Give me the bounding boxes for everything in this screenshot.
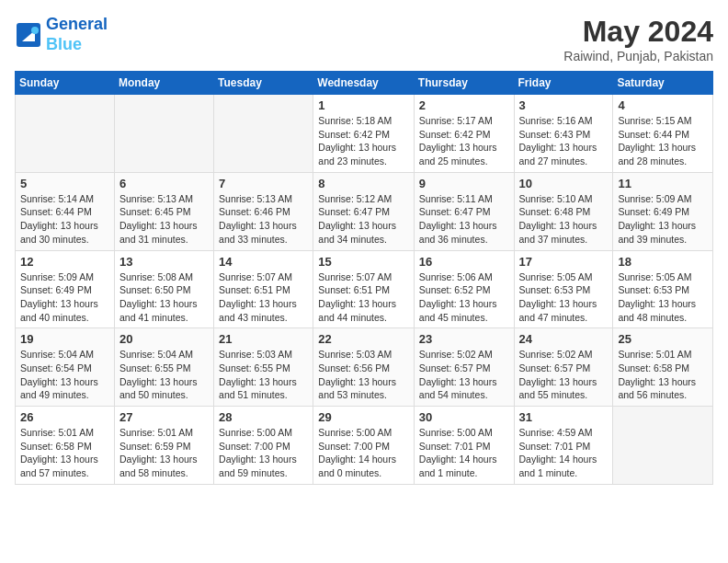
calendar-cell: 16Sunrise: 5:06 AM Sunset: 6:52 PM Dayli…: [414, 250, 514, 328]
day-info: Sunrise: 5:01 AM Sunset: 6:59 PM Dayligh…: [119, 426, 209, 480]
calendar-cell: [613, 407, 713, 485]
calendar-cell: 12Sunrise: 5:09 AM Sunset: 6:49 PM Dayli…: [16, 250, 115, 328]
weekday-header-saturday: Saturday: [613, 72, 713, 95]
day-info: Sunrise: 5:02 AM Sunset: 6:57 PM Dayligh…: [419, 348, 509, 402]
day-info: Sunrise: 5:12 AM Sunset: 6:47 PM Dayligh…: [318, 192, 409, 247]
day-info: Sunrise: 5:00 AM Sunset: 7:00 PM Dayligh…: [318, 426, 409, 480]
day-info: Sunrise: 5:18 AM Sunset: 6:42 PM Dayligh…: [318, 114, 409, 168]
day-info: Sunrise: 5:09 AM Sunset: 6:49 PM Dayligh…: [618, 192, 708, 247]
calendar-cell: 26Sunrise: 5:01 AM Sunset: 6:58 PM Dayli…: [16, 407, 115, 485]
day-info: Sunrise: 5:03 AM Sunset: 6:56 PM Dayligh…: [318, 348, 409, 402]
calendar-cell: 11Sunrise: 5:09 AM Sunset: 6:49 PM Dayli…: [613, 172, 713, 250]
day-info: Sunrise: 5:01 AM Sunset: 6:58 PM Dayligh…: [618, 348, 708, 402]
calendar-cell: 7Sunrise: 5:13 AM Sunset: 6:46 PM Daylig…: [214, 172, 313, 250]
logo-text: GeneralBlue: [46, 15, 108, 54]
day-number: 27: [119, 410, 209, 424]
calendar-cell: 3Sunrise: 5:16 AM Sunset: 6:43 PM Daylig…: [514, 95, 613, 173]
day-number: 12: [20, 255, 109, 269]
day-info: Sunrise: 5:13 AM Sunset: 6:45 PM Dayligh…: [119, 192, 209, 247]
day-number: 25: [618, 332, 708, 346]
day-info: Sunrise: 5:04 AM Sunset: 6:54 PM Dayligh…: [20, 348, 109, 402]
day-info: Sunrise: 5:02 AM Sunset: 6:57 PM Dayligh…: [519, 348, 609, 402]
day-number: 10: [519, 177, 609, 190]
calendar-week-row: 19Sunrise: 5:04 AM Sunset: 6:54 PM Dayli…: [16, 328, 713, 407]
calendar-cell: 8Sunrise: 5:12 AM Sunset: 6:47 PM Daylig…: [313, 172, 415, 250]
logo-icon: [15, 21, 42, 49]
location-subtitle: Raiwind, Punjab, Pakistan: [563, 49, 713, 63]
day-number: 20: [119, 332, 209, 346]
day-number: 18: [618, 255, 708, 269]
weekday-header-monday: Monday: [114, 72, 213, 95]
weekday-header-row: SundayMondayTuesdayWednesdayThursdayFrid…: [16, 72, 713, 95]
day-number: 30: [419, 410, 509, 424]
title-area: May 2024 Raiwind, Punjab, Pakistan: [563, 15, 713, 63]
calendar-week-row: 1Sunrise: 5:18 AM Sunset: 6:42 PM Daylig…: [16, 95, 713, 173]
day-number: 19: [20, 332, 109, 346]
day-info: Sunrise: 5:11 AM Sunset: 6:47 PM Dayligh…: [419, 192, 509, 247]
day-info: Sunrise: 5:00 AM Sunset: 7:01 PM Dayligh…: [419, 426, 509, 480]
day-info: Sunrise: 5:08 AM Sunset: 6:50 PM Dayligh…: [119, 270, 209, 325]
calendar-cell: 6Sunrise: 5:13 AM Sunset: 6:45 PM Daylig…: [114, 172, 213, 250]
calendar-cell: 2Sunrise: 5:17 AM Sunset: 6:42 PM Daylig…: [414, 95, 514, 173]
svg-point-2: [31, 27, 39, 34]
day-number: 13: [119, 255, 209, 269]
weekday-header-thursday: Thursday: [414, 72, 514, 95]
calendar-cell: 23Sunrise: 5:02 AM Sunset: 6:57 PM Dayli…: [414, 328, 514, 407]
weekday-header-wednesday: Wednesday: [313, 72, 415, 95]
day-info: Sunrise: 5:03 AM Sunset: 6:55 PM Dayligh…: [219, 348, 308, 402]
calendar-cell: 13Sunrise: 5:08 AM Sunset: 6:50 PM Dayli…: [114, 250, 213, 328]
weekday-header-friday: Friday: [514, 72, 613, 95]
day-info: Sunrise: 5:13 AM Sunset: 6:46 PM Dayligh…: [219, 192, 308, 247]
day-info: Sunrise: 5:09 AM Sunset: 6:49 PM Dayligh…: [20, 270, 109, 325]
calendar-cell: 29Sunrise: 5:00 AM Sunset: 7:00 PM Dayli…: [313, 407, 415, 485]
calendar-cell: [214, 95, 313, 173]
calendar-cell: 14Sunrise: 5:07 AM Sunset: 6:51 PM Dayli…: [214, 250, 313, 328]
logo: GeneralBlue: [15, 15, 108, 54]
day-info: Sunrise: 4:59 AM Sunset: 7:01 PM Dayligh…: [519, 426, 609, 480]
calendar-week-row: 26Sunrise: 5:01 AM Sunset: 6:58 PM Dayli…: [16, 407, 713, 485]
calendar-cell: 22Sunrise: 5:03 AM Sunset: 6:56 PM Dayli…: [313, 328, 415, 407]
calendar-cell: 25Sunrise: 5:01 AM Sunset: 6:58 PM Dayli…: [613, 328, 713, 407]
page-header: GeneralBlue May 2024 Raiwind, Punjab, Pa…: [15, 15, 713, 63]
day-info: Sunrise: 5:00 AM Sunset: 7:00 PM Dayligh…: [219, 426, 308, 480]
calendar-cell: [114, 95, 213, 173]
day-number: 21: [219, 332, 308, 346]
day-info: Sunrise: 5:14 AM Sunset: 6:44 PM Dayligh…: [20, 192, 109, 247]
day-number: 14: [219, 255, 308, 269]
day-info: Sunrise: 5:01 AM Sunset: 6:58 PM Dayligh…: [20, 426, 109, 480]
day-info: Sunrise: 5:07 AM Sunset: 6:51 PM Dayligh…: [318, 270, 409, 325]
day-number: 16: [419, 255, 509, 269]
calendar-cell: 4Sunrise: 5:15 AM Sunset: 6:44 PM Daylig…: [613, 95, 713, 173]
day-number: 17: [519, 255, 609, 269]
day-info: Sunrise: 5:15 AM Sunset: 6:44 PM Dayligh…: [618, 114, 708, 168]
calendar-cell: 21Sunrise: 5:03 AM Sunset: 6:55 PM Dayli…: [214, 328, 313, 407]
day-info: Sunrise: 5:17 AM Sunset: 6:42 PM Dayligh…: [419, 114, 509, 168]
day-number: 2: [419, 98, 509, 112]
calendar-cell: 10Sunrise: 5:10 AM Sunset: 6:48 PM Dayli…: [514, 172, 613, 250]
calendar-cell: 24Sunrise: 5:02 AM Sunset: 6:57 PM Dayli…: [514, 328, 613, 407]
calendar-cell: 27Sunrise: 5:01 AM Sunset: 6:59 PM Dayli…: [114, 407, 213, 485]
day-number: 9: [419, 177, 509, 190]
svg-rect-0: [17, 23, 40, 47]
day-info: Sunrise: 5:05 AM Sunset: 6:53 PM Dayligh…: [618, 270, 708, 325]
calendar-cell: 1Sunrise: 5:18 AM Sunset: 6:42 PM Daylig…: [313, 95, 415, 173]
day-info: Sunrise: 5:07 AM Sunset: 6:51 PM Dayligh…: [219, 270, 308, 325]
calendar-cell: 9Sunrise: 5:11 AM Sunset: 6:47 PM Daylig…: [414, 172, 514, 250]
day-number: 29: [318, 410, 409, 424]
calendar-cell: 15Sunrise: 5:07 AM Sunset: 6:51 PM Dayli…: [313, 250, 415, 328]
day-number: 31: [519, 410, 609, 424]
day-number: 26: [20, 410, 109, 424]
day-number: 1: [318, 98, 409, 112]
day-info: Sunrise: 5:04 AM Sunset: 6:55 PM Dayligh…: [119, 348, 209, 402]
calendar-cell: 17Sunrise: 5:05 AM Sunset: 6:53 PM Dayli…: [514, 250, 613, 328]
calendar-cell: 28Sunrise: 5:00 AM Sunset: 7:00 PM Dayli…: [214, 407, 313, 485]
weekday-header-tuesday: Tuesday: [214, 72, 313, 95]
day-number: 23: [419, 332, 509, 346]
calendar-cell: 18Sunrise: 5:05 AM Sunset: 6:53 PM Dayli…: [613, 250, 713, 328]
day-number: 6: [119, 177, 209, 190]
day-info: Sunrise: 5:05 AM Sunset: 6:53 PM Dayligh…: [519, 270, 609, 325]
day-number: 24: [519, 332, 609, 346]
day-number: 22: [318, 332, 409, 346]
day-number: 8: [318, 177, 409, 190]
day-number: 15: [318, 255, 409, 269]
